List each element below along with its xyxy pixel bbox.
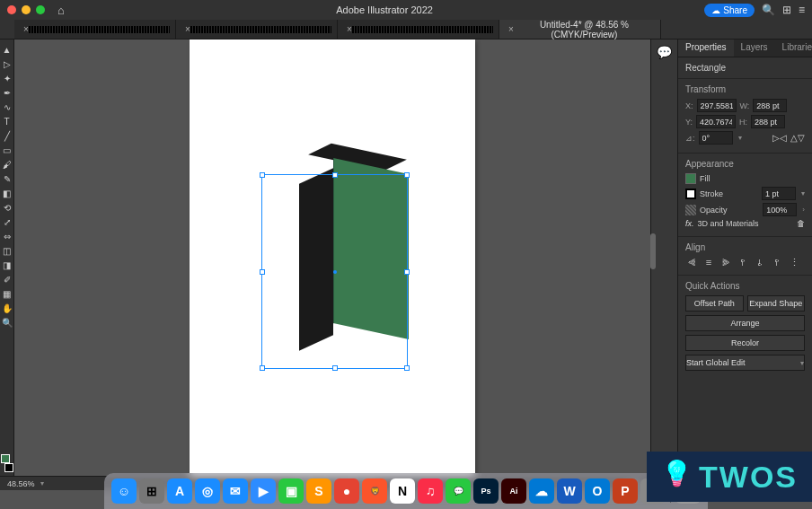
document-tab[interactable]: ×: [338, 20, 499, 39]
dock-app-sublime[interactable]: S: [306, 478, 331, 504]
transform-y-input[interactable]: [696, 115, 736, 128]
dock-app-brave[interactable]: 🦁: [362, 478, 387, 504]
dock-app-illustrator[interactable]: Ai: [501, 478, 526, 504]
fill-swatch[interactable]: [1, 454, 10, 463]
dock-app-onedrive[interactable]: ☁: [529, 478, 554, 504]
align-vcenter-icon[interactable]: ⫰: [754, 257, 766, 269]
dock-app-notion[interactable]: N: [390, 478, 415, 504]
canvas-area[interactable]: [14, 39, 650, 479]
document-tab-active[interactable]: × Untitled-4* @ 48.56 % (CMYK/Preview): [499, 20, 661, 39]
transform-h-input[interactable]: [751, 115, 785, 128]
menu-icon[interactable]: ≡: [799, 4, 805, 16]
rotate-tool[interactable]: ⟲: [1, 201, 13, 214]
line-tool[interactable]: ╱: [1, 129, 13, 142]
curvature-tool[interactable]: ∿: [1, 101, 13, 113]
global-edit-button[interactable]: Start Global Edit▾: [685, 355, 805, 371]
artboard-tool[interactable]: ▦: [1, 287, 13, 300]
document-tab[interactable]: ×: [14, 20, 176, 39]
dock-app-safari[interactable]: ◎: [195, 478, 220, 504]
transform-x-input[interactable]: [697, 99, 737, 112]
dock-app-todoist[interactable]: ●: [334, 478, 359, 504]
selection-tool[interactable]: ▲: [1, 43, 13, 56]
dock-app-finder[interactable]: ☺: [111, 478, 137, 504]
fill-color-swatch[interactable]: [685, 173, 696, 184]
flip-horizontal-icon[interactable]: ▷◁: [772, 133, 787, 143]
scale-tool[interactable]: ⤢: [1, 215, 13, 228]
resize-handle[interactable]: [332, 365, 338, 371]
twos-watermark: TWOS: [647, 452, 812, 502]
resize-handle[interactable]: [404, 269, 410, 275]
zoom-level[interactable]: 48.56%: [7, 479, 35, 488]
dock-app-facetime[interactable]: ▣: [278, 478, 304, 504]
eyedropper-tool[interactable]: ✐: [1, 273, 13, 285]
offset-path-button[interactable]: Offset Path: [685, 295, 744, 312]
dock-app-photoshop[interactable]: Ps: [473, 478, 499, 504]
dock-app-appstore[interactable]: A: [167, 478, 192, 504]
dock-app-zoom[interactable]: ▶: [251, 478, 276, 504]
stroke-swatch[interactable]: [4, 463, 13, 472]
fill-stroke-swatches[interactable]: [1, 454, 13, 472]
workspace-icon[interactable]: ⊞: [782, 4, 791, 16]
type-tool[interactable]: T: [1, 115, 13, 127]
stroke-color-swatch[interactable]: [685, 189, 696, 199]
resize-handle[interactable]: [260, 269, 265, 275]
search-icon[interactable]: 🔍: [762, 4, 775, 16]
resize-handle[interactable]: [404, 365, 410, 371]
hand-tool[interactable]: ✋: [1, 302, 13, 314]
resize-handle[interactable]: [260, 365, 265, 371]
effects-label[interactable]: 3D and Materials: [698, 219, 759, 228]
expand-shape-button[interactable]: Expand Shape: [747, 295, 806, 312]
resize-handle[interactable]: [260, 172, 265, 178]
tab-layers[interactable]: Layers: [734, 39, 775, 57]
dock-app-messages[interactable]: 💬: [446, 478, 471, 504]
flip-vertical-icon[interactable]: △▽: [790, 133, 805, 143]
comments-icon[interactable]: 💬: [657, 45, 672, 59]
dock-app-music[interactable]: ♫: [418, 478, 443, 504]
window-zoom-button[interactable]: [36, 5, 45, 14]
appearance-title: Appearance: [685, 159, 805, 169]
align-left-icon[interactable]: ⫷: [685, 257, 698, 269]
align-top-icon[interactable]: ⫯: [737, 257, 749, 269]
shaper-tool[interactable]: ✎: [1, 172, 13, 185]
eraser-tool[interactable]: ◧: [1, 187, 13, 199]
transform-w-input[interactable]: [753, 99, 787, 112]
distribute-icon[interactable]: ⋮: [788, 257, 800, 269]
arrange-button[interactable]: Arrange: [685, 315, 805, 331]
align-right-icon[interactable]: ⫸: [719, 257, 732, 269]
shape-builder-tool[interactable]: ◫: [1, 244, 13, 257]
opacity-input[interactable]: [763, 203, 797, 216]
rectangle-tool[interactable]: ▭: [1, 144, 13, 156]
wand-tool[interactable]: ✦: [1, 72, 13, 84]
zoom-tool[interactable]: 🔍: [1, 316, 13, 329]
opacity-swatch[interactable]: [685, 205, 696, 215]
dock-app-word[interactable]: W: [557, 478, 582, 504]
resize-handle[interactable]: [404, 172, 410, 178]
align-hcenter-icon[interactable]: ≡: [702, 257, 715, 269]
pen-tool[interactable]: ✒: [1, 86, 13, 99]
dock-app-launchpad[interactable]: ⊞: [139, 478, 164, 504]
brush-tool[interactable]: 🖌: [1, 158, 13, 171]
share-button[interactable]: ☁ Share: [704, 4, 755, 17]
rotate-input[interactable]: [699, 131, 733, 145]
recolor-button[interactable]: Recolor: [685, 335, 805, 351]
center-point[interactable]: [333, 270, 337, 274]
trash-icon[interactable]: 🗑: [797, 219, 805, 228]
stroke-weight-input[interactable]: [762, 187, 796, 200]
direct-selection-tool[interactable]: ▷: [1, 57, 13, 70]
tab-libraries[interactable]: Libraries: [775, 39, 812, 57]
tab-properties[interactable]: Properties: [678, 39, 734, 57]
dock-app-powerpoint[interactable]: P: [613, 478, 638, 504]
home-icon[interactable]: ⌂: [57, 4, 65, 17]
vertical-scrollbar[interactable]: [650, 233, 656, 269]
selection-bounding-box[interactable]: [261, 174, 408, 369]
document-tab[interactable]: ×: [176, 20, 338, 39]
align-bottom-icon[interactable]: ⫯: [771, 257, 783, 269]
dock-app-mail[interactable]: ✉: [223, 478, 248, 504]
dock-app-outlook[interactable]: O: [585, 478, 610, 504]
resize-handle[interactable]: [332, 172, 338, 178]
artboard[interactable]: [190, 39, 475, 479]
gradient-tool[interactable]: ◨: [1, 259, 13, 271]
window-close-button[interactable]: [7, 5, 16, 14]
width-tool[interactable]: ⇔: [1, 230, 13, 242]
window-minimize-button[interactable]: [22, 5, 31, 14]
